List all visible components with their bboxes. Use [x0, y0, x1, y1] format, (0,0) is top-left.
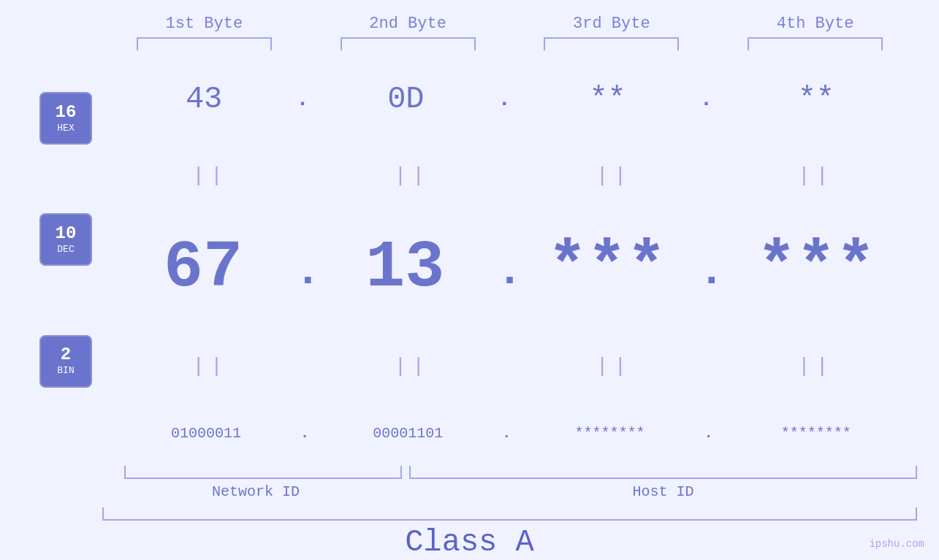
dec-badge-num: 10 [56, 225, 77, 242]
dec-val-3: *** [516, 235, 699, 301]
eq-row-2: || || || || [110, 355, 917, 377]
hex-row: 43 . 0D . ** . ** [110, 82, 917, 117]
bin-val-1: 01000011 [112, 425, 300, 442]
bin-row: 01000011 . 00001101 . ******** . *******… [110, 425, 917, 442]
dec-dot-3: . [699, 250, 713, 301]
dec-cell-3: *** . [516, 235, 713, 301]
hex-cell-4: ** [718, 82, 915, 117]
eq-cell-5: || [112, 355, 309, 377]
bin-badge-label: BIN [57, 365, 74, 376]
bin-cell-2: 00001101 . [313, 425, 511, 442]
eq-cell-7: || [516, 355, 713, 377]
eq-cell-3: || [516, 164, 713, 187]
hex-val-2: 0D [313, 82, 498, 117]
dec-dot-2: . [496, 250, 511, 301]
bin-val-2: 00001101 [313, 425, 502, 442]
dec-cell-2: 13 . [313, 235, 511, 301]
eq-cell-2: || [313, 164, 511, 187]
network-id-label: Network ID [102, 483, 409, 500]
top-bracket-4 [717, 37, 914, 50]
dec-cell-1: 67 . [112, 235, 309, 301]
hex-badge: 16 HEX [39, 92, 92, 145]
host-bracket-line [409, 466, 917, 479]
top-bracket-2 [309, 37, 506, 50]
bin-dot-2: . [502, 425, 511, 442]
eq-cell-1: || [112, 164, 309, 187]
values-grid: 43 . 0D . ** . ** || || || [110, 58, 917, 466]
byte-label-2: 2nd Byte [309, 15, 506, 33]
hex-dot-2: . [498, 87, 511, 112]
bin-dot-3: . [704, 425, 713, 442]
top-bracket-line-3 [544, 37, 679, 50]
hex-cell-2: 0D . [313, 82, 511, 117]
top-bracket-3 [513, 37, 710, 50]
dec-cell-4: *** [718, 235, 915, 301]
bin-cell-3: ******** . [516, 425, 713, 442]
byte-label-1: 1st Byte [105, 15, 303, 33]
eq-cell-6: || [313, 355, 511, 377]
byte-label-4: 4th Byte [717, 15, 914, 33]
eq-cell-4: || [718, 164, 915, 187]
top-bracket-line-2 [341, 37, 476, 50]
top-bracket-1 [105, 37, 303, 50]
main-container: 1st Byte 2nd Byte 3rd Byte 4th Byte 16 H… [0, 0, 939, 560]
bottom-bracket-area: Network ID Host ID [0, 466, 939, 500]
hex-val-3: ** [516, 82, 700, 117]
dec-val-1: 67 [112, 235, 294, 301]
dec-badge-label: DEC [57, 244, 74, 255]
eq-cell-8: || [718, 355, 915, 377]
dec-row: 67 . 13 . *** . *** [110, 235, 917, 301]
big-bottom-bracket [102, 507, 917, 521]
bin-val-3: ******** [516, 425, 704, 442]
bin-cell-1: 01000011 . [112, 425, 309, 442]
bin-dot-1: . [300, 425, 309, 442]
top-bracket-line-1 [137, 37, 272, 50]
dec-badge: 10 DEC [39, 213, 92, 266]
hex-cell-1: 43 . [112, 82, 309, 117]
hex-val-1: 43 [112, 82, 296, 117]
hex-val-4: ** [718, 82, 915, 117]
bin-cell-4: ******** [718, 425, 915, 442]
class-label: Class A [405, 525, 533, 560]
top-bracket-line-4 [748, 37, 883, 50]
hex-cell-3: ** . [516, 82, 713, 117]
bottom-brackets [102, 466, 917, 479]
bin-badge: 2 BIN [39, 335, 92, 388]
host-id-label: Host ID [409, 483, 917, 500]
hex-dot-1: . [296, 87, 309, 112]
big-bracket-wrap [0, 507, 939, 521]
id-labels: Network ID Host ID [102, 483, 917, 500]
bin-badge-num: 2 [61, 346, 71, 364]
bin-val-4: ******** [718, 425, 915, 442]
hex-badge-num: 16 [56, 104, 77, 121]
badges-column: 16 HEX 10 DEC 2 BIN [22, 58, 110, 466]
byte-label-3: 3rd Byte [513, 15, 710, 33]
hex-dot-3: . [700, 87, 713, 112]
eq-row-1: || || || || [110, 164, 917, 187]
dec-val-4: *** [718, 235, 915, 301]
byte-headers: 1st Byte 2nd Byte 3rd Byte 4th Byte [0, 15, 939, 33]
top-bracket-row [0, 37, 939, 50]
main-content: 16 HEX 10 DEC 2 BIN 43 . 0D [0, 58, 939, 466]
network-bracket-line [124, 466, 402, 479]
watermark: ipshu.com [869, 538, 924, 550]
dec-val-2: 13 [313, 235, 496, 301]
dec-dot-1: . [294, 250, 309, 301]
hex-badge-label: HEX [57, 123, 74, 134]
